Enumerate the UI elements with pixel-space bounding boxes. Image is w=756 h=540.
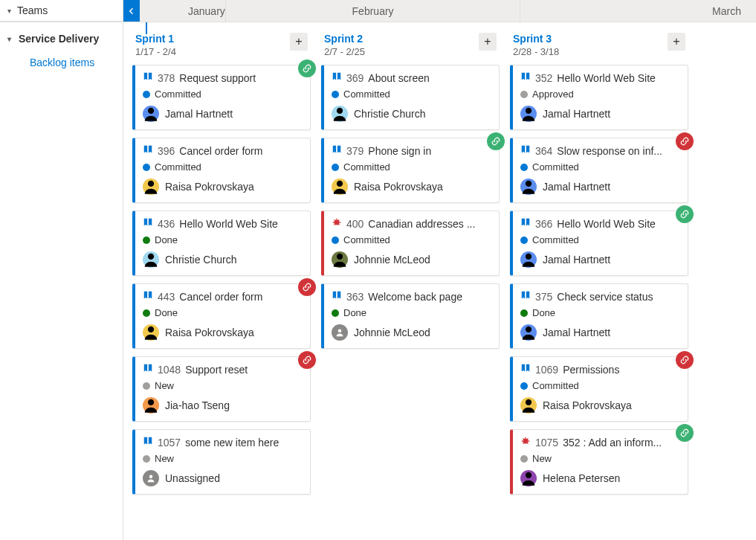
assignee-name: Jamal Hartnett [543,181,610,193]
work-item-card[interactable]: 396 Cancel order form Committed Raisa Po… [132,138,311,203]
avatar [520,179,537,195]
avatar [520,324,537,341]
svg-point-17 [526,472,532,478]
state-label: Committed [155,89,201,100]
team-name-label: Service Delivery [19,33,99,45]
state-indicator-icon [520,455,528,463]
backlog-item-icon [520,217,531,230]
nav-previous-button[interactable] [123,0,140,22]
work-item-card[interactable]: 443 Cancel order form Done Raisa Pokrovs… [132,283,311,349]
assignee-name: Raisa Pokrovskaya [165,181,254,193]
link-badge-icon[interactable] [676,424,694,442]
backlog-item-icon [143,217,153,230]
work-item-card[interactable]: 369 About screen Committed Christie Chur… [321,65,500,130]
state-label: Done [155,234,178,245]
add-card-button[interactable]: + [290,33,308,51]
bug-icon [332,217,342,230]
link-badge-icon[interactable] [487,132,505,150]
work-item-card[interactable]: 364 Slow response on inf... Committed Ja… [510,138,688,203]
work-item-card[interactable]: 379 Phone sign in Committed Raisa Pokrov… [321,138,500,203]
sprint-dates: 2/7 - 2/25 [324,46,365,57]
work-item-card[interactable]: 375 Check service status Done Jamal Hart… [510,283,688,349]
add-card-button[interactable]: + [479,33,497,51]
work-item-card[interactable]: 366 Hello World Web Site Committed Jamal… [510,210,688,276]
avatar [520,470,537,486]
work-item-id: 366 [535,218,552,230]
sprint-title[interactable]: Sprint 1 [135,33,176,45]
work-item-card[interactable]: 1069 Permissions Committed Raisa Pokrovs… [510,356,688,422]
svg-point-4 [148,399,154,405]
state-label: Committed [343,89,390,100]
backlog-item-icon [520,71,531,84]
avatar [143,397,159,414]
state-indicator-icon [143,237,150,244]
state-label: New [155,453,174,464]
state-label: Committed [532,161,579,173]
assignee-name: Jamal Hartnett [165,108,233,120]
assignee-name: Jamal Hartnett [543,327,610,338]
svg-point-0 [148,108,154,114]
state-indicator-icon [143,382,150,390]
state-indicator-icon [520,309,528,317]
avatar [520,106,537,122]
avatar [143,324,159,341]
work-item-id: 375 [535,291,552,303]
work-item-card[interactable]: 363 Welcome back page Done Johnnie McLeo… [321,283,500,349]
svg-point-5 [149,475,153,479]
add-card-button[interactable]: + [668,33,685,51]
sprint-title[interactable]: Sprint 3 [513,33,559,45]
state-label: Done [343,307,366,318]
work-item-id: 378 [158,72,175,84]
work-item-id: 436 [158,218,175,230]
work-item-title: Phone sign in [368,145,431,157]
state-label: Committed [155,161,201,173]
work-item-card[interactable]: 1075 352 : Add an inform... New Helena P… [510,429,688,495]
teams-header[interactable]: ▾ Teams [0,0,123,22]
work-item-card[interactable]: 400 Canadian addresses ... Committed Joh… [321,210,500,276]
avatar [332,251,348,268]
link-badge-icon[interactable] [298,351,316,369]
work-item-title: Permissions [563,364,619,376]
svg-point-2 [148,254,154,260]
backlog-item-icon [520,290,531,303]
work-item-card[interactable]: 1057 some new item here New Unassigned [132,429,311,495]
work-item-card[interactable]: 378 Request support Committed Jamal Hart… [132,65,311,130]
sidebar-team-service-delivery[interactable]: ▾ Service Delivery [0,27,123,51]
assignee-name: Unassigned [165,472,220,484]
sprint-title[interactable]: Sprint 2 [324,33,365,45]
work-item-id: 352 [535,72,552,84]
work-item-title: 352 : Add an inform... [563,437,662,449]
state-label: Done [155,307,178,318]
sprint-column: Sprint 3 2/28 - 3/18 + 352 Hello World W… [510,33,688,495]
work-item-card[interactable]: 352 Hello World Web Site Approved Jamal … [510,65,688,130]
work-item-id: 1057 [158,437,181,449]
state-indicator-icon [332,237,339,244]
work-item-id: 396 [158,145,175,157]
state-indicator-icon [520,382,528,390]
state-indicator-icon [143,91,150,98]
work-item-title: Canadian addresses ... [368,218,475,230]
sprint-dates: 1/17 - 2/4 [135,46,176,57]
link-badge-icon[interactable] [676,205,694,223]
avatar [332,324,348,341]
link-badge-icon[interactable] [298,278,316,296]
state-indicator-icon [143,309,150,317]
link-badge-icon[interactable] [676,132,694,150]
avatar [520,251,537,268]
assignee-name: Raisa Pokrovskaya [165,327,254,338]
work-item-card[interactable]: 436 Hello World Web Site Done Christie C… [132,210,311,276]
svg-point-1 [148,181,154,187]
work-item-id: 364 [535,145,552,157]
backlog-item-icon [520,144,531,157]
avatar [332,179,348,195]
backlog-item-icon [332,144,342,157]
work-item-title: some new item here [185,437,279,449]
link-badge-icon[interactable] [298,60,316,77]
work-item-title: About screen [368,72,430,84]
avatar [332,106,348,122]
assignee-name: Helena Petersen [543,472,620,484]
sidebar-item-backlog[interactable]: Backlog items [0,51,123,74]
link-badge-icon[interactable] [676,351,694,369]
work-item-card[interactable]: 1048 Support reset New Jia-hao Tseng [132,356,311,422]
work-item-id: 369 [346,72,364,84]
